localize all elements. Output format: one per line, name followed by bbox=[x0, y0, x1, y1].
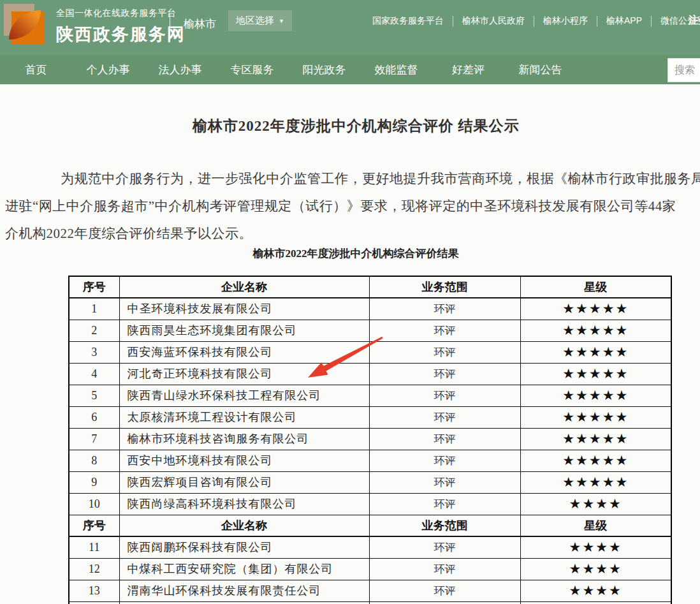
cell-no: 4 bbox=[69, 363, 119, 385]
nav-item-好差评[interactable]: 好差评 bbox=[432, 63, 504, 77]
cell-name: 太原核清环境工程设计有限公司 bbox=[119, 406, 369, 428]
table-row: 13渭南华山环保科技发展有限责任公司环评★★★★ bbox=[69, 580, 671, 601]
region-selector-button[interactable]: 地区选择 ▼ bbox=[228, 10, 292, 31]
cell-stars: ★★★★★ bbox=[520, 363, 671, 385]
cell-stars: ★★★★★ bbox=[520, 341, 671, 363]
table-row-partial bbox=[69, 601, 671, 604]
search-input[interactable] bbox=[667, 58, 700, 82]
cell-stars: ★★★★★ bbox=[520, 450, 671, 471]
cell-scope: 环评 bbox=[369, 536, 520, 558]
cell-no: 6 bbox=[69, 406, 119, 428]
cell-no: 9 bbox=[69, 471, 119, 493]
cell-name: 陕西尚绿高科环境科技有限公司 bbox=[119, 493, 369, 515]
platform-label: 全国一体化在线政务服务平台 bbox=[56, 8, 186, 19]
header-divider bbox=[170, 13, 170, 42]
cell-empty bbox=[69, 601, 119, 604]
cell-name: 陕西青山绿水环保科技工程有限公司 bbox=[119, 385, 369, 406]
cell-no: 8 bbox=[69, 450, 119, 471]
chevron-down-icon: ▼ bbox=[279, 18, 284, 24]
cell-name: 陕西宏辉项目咨询有限公司 bbox=[119, 471, 369, 493]
cell-name: 陕西阔鹏环保科技有限公司 bbox=[119, 536, 369, 558]
table-row: 10陕西尚绿高科环境科技有限公司环评★★★★ bbox=[69, 493, 671, 515]
cell-scope: 环评 bbox=[369, 558, 520, 580]
page-title: 榆林市2022年度涉批中介机构综合评价 结果公示 bbox=[5, 116, 700, 136]
cell-empty bbox=[119, 601, 369, 604]
cell-stars: ★★★★ bbox=[520, 493, 671, 515]
cell-name: 渭南华山环保科技发展有限责任公司 bbox=[119, 580, 369, 601]
cell-name: 西安中地环境科技有限公司 bbox=[119, 450, 369, 471]
table-row: 1中圣环境科技发展有限公司环评★★★★★ bbox=[69, 298, 671, 320]
table-header-cell: 业务范围 bbox=[369, 276, 520, 298]
paragraph-line: 为规范中介服务行为，进一步强化中介监管工作，更好地提升我市营商环境，根据《榆林市… bbox=[61, 170, 700, 188]
main-nav: 首页个人办事法人办事专区服务阳光政务效能监督好差评新闻公告 bbox=[0, 55, 700, 84]
table-row: 5陕西青山绿水环保科技工程有限公司环评★★★★★ bbox=[69, 385, 671, 406]
cell-no: 11 bbox=[69, 536, 119, 558]
site-name: 陕西政务服务网 bbox=[56, 23, 186, 46]
table-row: 4河北奇正环境科技有限公司环评★★★★★ bbox=[69, 363, 671, 385]
nav-item-效能监督[interactable]: 效能监督 bbox=[360, 63, 432, 77]
table-row: 12中煤科工西安研究院（集团）有限公司环评★★★★ bbox=[69, 558, 671, 580]
cell-no: 7 bbox=[69, 428, 119, 450]
evaluation-table-body: 序号企业名称业务范围星级1中圣环境科技发展有限公司环评★★★★★2陕西雨昊生态环… bbox=[69, 276, 671, 604]
site-logo[interactable] bbox=[4, 4, 48, 50]
cell-no: 12 bbox=[69, 558, 119, 580]
register-link[interactable]: 注册 bbox=[689, 14, 700, 27]
cell-scope: 环评 bbox=[369, 493, 520, 515]
cell-stars: ★★★★ bbox=[520, 580, 671, 601]
table-row: 3西安海蓝环保科技有限公司环评★★★★★ bbox=[69, 341, 671, 363]
nav-item-阳光政务[interactable]: 阳光政务 bbox=[288, 63, 360, 77]
table-header-cell: 序号 bbox=[69, 276, 119, 298]
region-selector-label: 地区选择 bbox=[236, 15, 274, 27]
table-header-cell: 星级 bbox=[520, 276, 671, 298]
table-row: 9陕西宏辉项目咨询有限公司环评★★★★★ bbox=[69, 471, 671, 493]
table-row: 6太原核清环境工程设计有限公司环评★★★★★ bbox=[69, 406, 671, 428]
cell-name: 中圣环境科技发展有限公司 bbox=[119, 298, 369, 320]
quick-link[interactable]: 榆林市人民政府 bbox=[453, 15, 534, 27]
announcement-document: 榆林市2022年度涉批中介机构综合评价 结果公示 为规范中介服务行为，进一步强化… bbox=[5, 85, 700, 604]
table-header-cell: 序号 bbox=[69, 515, 119, 536]
cell-name: 陕西雨昊生态环境集团有限公司 bbox=[119, 320, 369, 341]
brand-block: 全国一体化在线政务服务平台 陕西政务服务网 bbox=[56, 8, 186, 46]
cell-scope: 环评 bbox=[369, 450, 520, 471]
cell-name: 中煤科工西安研究院（集团）有限公司 bbox=[119, 558, 369, 580]
cell-stars: ★★★★★ bbox=[520, 471, 671, 493]
nav-item-个人办事[interactable]: 个人办事 bbox=[72, 63, 144, 77]
cell-no: 5 bbox=[69, 385, 119, 406]
cell-stars: ★★★★★ bbox=[520, 406, 671, 428]
table-row: 8西安中地环境科技有限公司环评★★★★★ bbox=[69, 450, 671, 471]
cell-scope: 环评 bbox=[369, 298, 520, 320]
table-header-row: 序号企业名称业务范围星级 bbox=[69, 515, 671, 536]
evaluation-results-table: 序号企业名称业务范围星级1中圣环境科技发展有限公司环评★★★★★2陕西雨昊生态环… bbox=[68, 276, 672, 604]
cell-no: 10 bbox=[69, 493, 119, 515]
table-row: 7榆林市环境科技咨询服务有限公司环评★★★★★ bbox=[69, 428, 671, 450]
paragraph-line: 介机构2022年度综合评价结果予以公示。 bbox=[5, 225, 252, 242]
cell-stars: ★★★★★ bbox=[520, 428, 671, 450]
quick-link[interactable]: 榆林APP bbox=[597, 15, 651, 27]
cell-scope: 环评 bbox=[369, 471, 520, 493]
cell-empty bbox=[369, 601, 520, 604]
nav-item-专区服务[interactable]: 专区服务 bbox=[216, 63, 288, 77]
cell-scope: 环评 bbox=[369, 580, 520, 601]
cell-scope: 环评 bbox=[369, 341, 520, 363]
cell-scope: 环评 bbox=[369, 406, 520, 428]
table-caption: 榆林市2022年度涉批中介机构综合评价结果 bbox=[5, 246, 700, 261]
cell-no: 2 bbox=[69, 320, 119, 341]
cell-scope: 环评 bbox=[369, 428, 520, 450]
current-city-label: 榆林市 bbox=[184, 17, 216, 31]
quick-link[interactable]: 榆林小程序 bbox=[534, 15, 597, 27]
table-header-row: 序号企业名称业务范围星级 bbox=[69, 276, 671, 298]
cell-stars: ★★★★★ bbox=[520, 298, 671, 320]
table-header-cell: 企业名称 bbox=[119, 276, 369, 298]
cell-stars: ★★★★ bbox=[520, 536, 671, 558]
table-header-cell: 星级 bbox=[520, 515, 671, 536]
cell-scope: 环评 bbox=[369, 320, 520, 341]
quick-link[interactable]: 国家政务服务平台 bbox=[363, 15, 453, 27]
table-header-cell: 企业名称 bbox=[119, 515, 369, 536]
cell-name: 西安海蓝环保科技有限公司 bbox=[119, 341, 369, 363]
cell-no: 13 bbox=[69, 580, 119, 601]
cell-name: 河北奇正环境科技有限公司 bbox=[119, 363, 369, 385]
paragraph-line: 进驻“网上中介服务超市”中介机构考评管理规定（试行）》要求，现将评定的中圣环境科… bbox=[5, 197, 676, 215]
nav-item-法人办事[interactable]: 法人办事 bbox=[144, 63, 216, 77]
nav-item-首页[interactable]: 首页 bbox=[0, 63, 72, 77]
nav-item-新闻公告[interactable]: 新闻公告 bbox=[504, 63, 576, 77]
